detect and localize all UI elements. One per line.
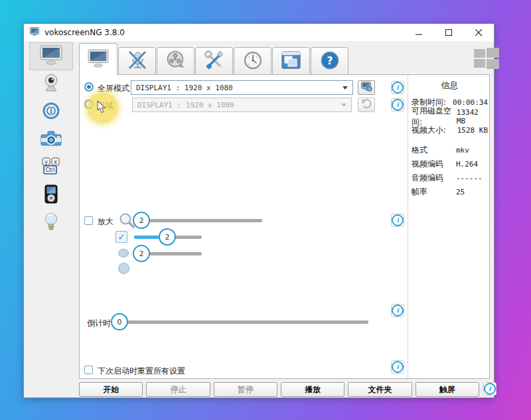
screen-picker-button[interactable] — [358, 80, 375, 95]
screen-monitor-icon — [40, 45, 62, 68]
info-panel: 信息 录制时间: 00:00:34 可用磁盘空间: 13342 MB 视频大小:… — [410, 75, 490, 199]
magnify-info-button[interactable] — [391, 214, 404, 227]
info-title: 信息 — [410, 75, 490, 92]
sidebar-item-player[interactable] — [29, 182, 73, 210]
chevron-down-icon — [341, 104, 346, 107]
shortcut-keys-icon: yxCtrl — [40, 157, 62, 178]
tab-audio[interactable] — [118, 47, 156, 75]
magnify-option4-radio[interactable] — [118, 263, 129, 274]
tab-codec[interactable] — [157, 47, 194, 75]
minimize-icon[interactable] — [404, 24, 434, 41]
magnify-slider3-handle[interactable]: 2 — [133, 245, 150, 262]
area-reset-button — [358, 98, 375, 112]
info-value: 00:00:34 — [453, 98, 488, 107]
magnify-slider2-handle[interactable]: 2 — [159, 228, 176, 245]
info-row-format: 格式 mkv — [410, 143, 490, 157]
svg-text:x: x — [54, 159, 57, 165]
controls-bar: 开始 停止 暂停 播放 文件夹 触屏 — [79, 382, 496, 397]
svg-text:?: ? — [327, 54, 333, 67]
pause-button: 暂停 — [214, 382, 277, 397]
chevron-down-icon — [342, 86, 348, 90]
sidebar-item-screenshot[interactable] — [29, 126, 73, 154]
info-label: 视频大小: — [412, 125, 446, 136]
svg-text:Ctrl: Ctrl — [45, 167, 54, 173]
tab-plugins[interactable] — [272, 47, 310, 75]
camera-screenshot-icon — [40, 130, 62, 150]
mouse-cursor-icon — [97, 101, 106, 116]
sidebar: yxCtrl — [29, 42, 73, 394]
controls-info-button[interactable] — [483, 382, 496, 395]
app-icon — [30, 27, 40, 39]
windows-cascade-icon — [281, 51, 301, 72]
titlebar: vokoscreenNG 3.8.0 — [24, 24, 494, 41]
fullscreen-display-value: DISPLAY1 : 1920 x 1080 — [136, 84, 233, 92]
sidebar-item-screen[interactable] — [29, 42, 73, 70]
tools-icon — [204, 50, 224, 73]
magnify-option3-radio[interactable] — [118, 249, 129, 257]
info-row-video-codec: 视频编码 H.264 — [410, 157, 490, 171]
info-label: 视频编码 — [412, 159, 456, 170]
slider-value: 2 — [139, 249, 144, 258]
stop-button: 停止 — [146, 382, 210, 397]
sidebar-item-tips[interactable] — [29, 210, 73, 238]
tab-help[interactable]: ? — [311, 47, 348, 75]
window-title: vokoscreenNG 3.8.0 — [44, 28, 125, 37]
sidebar-item-shortcuts[interactable]: yxCtrl — [29, 154, 73, 182]
area-display-value: DISPLAY1 : 1920 x 1080 — [137, 101, 234, 109]
undo-arrow-icon — [361, 99, 372, 111]
sidebar-item-webcam[interactable] — [29, 70, 73, 98]
reset-label: 下次启动时重置所有设置 — [98, 366, 185, 377]
info-value: mkv — [456, 146, 469, 155]
panel-separator — [408, 75, 408, 378]
tab-screen[interactable] — [79, 43, 117, 75]
fullscreen-info-button[interactable] — [391, 81, 404, 94]
maximize-icon[interactable] — [434, 24, 464, 41]
slider-value: 0 — [117, 318, 122, 326]
start-button[interactable]: 开始 — [79, 382, 143, 397]
app-window: vokoscreenNG 3.8.0 yxCtrl — [23, 23, 494, 398]
screen-tab-panel: 全屏模式 DISPLAY1 : 1920 x 1080 区域 DISPLAY1 … — [79, 74, 490, 379]
tab-timer[interactable] — [234, 47, 271, 75]
lightbulb-icon — [44, 212, 58, 235]
magnify-slider1-handle[interactable]: 2 — [133, 212, 150, 229]
magnify-checkbox[interactable] — [84, 216, 93, 225]
media-player-icon — [43, 184, 59, 207]
info-label: 帧率 — [412, 186, 456, 198]
tab-misc[interactable] — [195, 47, 233, 75]
windows-logo-icon — [474, 48, 499, 70]
fullscreen-radio[interactable] — [84, 82, 94, 92]
reset-checkbox[interactable] — [84, 366, 93, 374]
svg-text:y: y — [44, 159, 48, 165]
folder-button[interactable]: 文件夹 — [348, 382, 412, 397]
magnify-slider3-track[interactable] — [141, 252, 202, 255]
countdown-info-button[interactable] — [391, 304, 404, 317]
play-button[interactable]: 播放 — [281, 382, 344, 397]
area-info-button[interactable] — [391, 98, 404, 111]
slider-value: 2 — [165, 233, 170, 242]
fullscreen-display-select[interactable]: DISPLAY1 : 1920 x 1080 — [131, 80, 353, 95]
help-icon: ? — [320, 50, 340, 73]
close-icon[interactable] — [464, 24, 494, 41]
slider-value: 2 — [139, 216, 144, 225]
info-label: 音频编码 — [412, 173, 456, 184]
area-display-select: DISPLAY1 : 1920 x 1080 — [132, 98, 352, 112]
monitor-small-icon — [361, 82, 372, 94]
info-row-audio-codec: 音频编码 ------ — [410, 171, 490, 185]
power-standby-icon — [42, 102, 60, 123]
clock-timer-icon — [243, 50, 263, 73]
countdown-slider-track[interactable] — [115, 320, 368, 324]
info-value: ------ — [456, 174, 483, 182]
sidebar-item-standby[interactable] — [29, 98, 73, 126]
reset-info-button[interactable] — [391, 360, 404, 374]
magnify-option2-checkbox[interactable]: ✓ — [115, 231, 127, 243]
countdown-label: 倒计时 — [87, 318, 111, 329]
countdown-slider-handle[interactable]: 0 — [111, 313, 128, 330]
info-value: 25 — [456, 188, 465, 196]
magnify-slider1-track[interactable] — [141, 219, 262, 222]
screen-monitor-icon — [88, 49, 109, 70]
check-icon: ✓ — [117, 232, 125, 242]
info-value: 13342 MB — [457, 108, 488, 125]
magnify-label: 放大 — [98, 216, 114, 228]
touchscreen-button[interactable]: 触屏 — [416, 382, 479, 397]
info-value: 1528 KB — [457, 126, 488, 135]
